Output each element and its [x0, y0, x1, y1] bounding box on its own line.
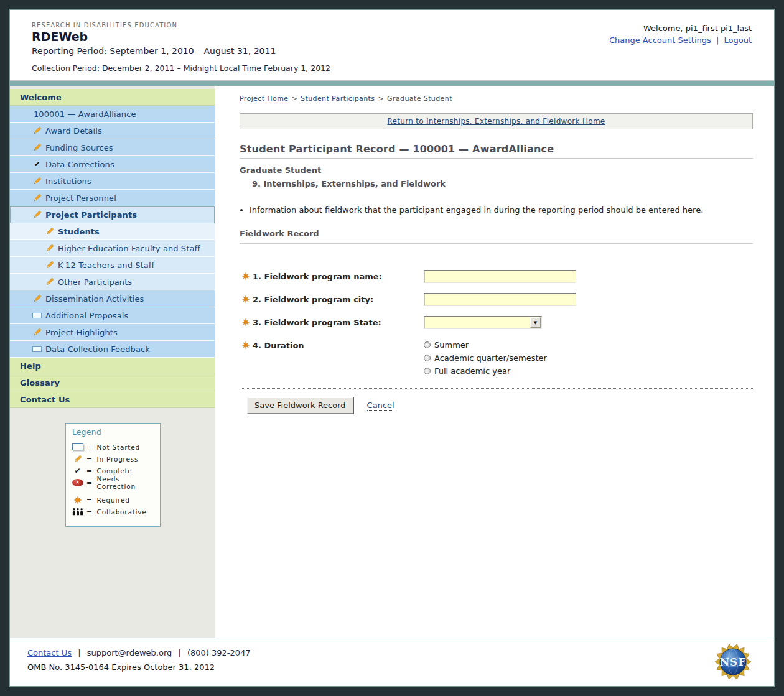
header: RESEARCH IN DISABILITIES EDUCATION RDEWe…: [10, 10, 774, 80]
footer: Contact Us | support@rdeweb.org | (800) …: [10, 638, 774, 686]
breadcrumb-link-project-home[interactable]: Project Home: [240, 95, 288, 103]
sidebar-item-label: Project Highlights: [45, 328, 118, 337]
pencil-icon: [32, 143, 42, 152]
legend-title: Legend: [72, 428, 156, 437]
pencil-icon: [32, 126, 42, 135]
dropdown-arrow-icon[interactable]: ▼: [530, 317, 541, 328]
logout-link[interactable]: Logout: [724, 35, 752, 45]
check-icon: ✔: [32, 160, 42, 169]
sidebar-item-data-corrections[interactable]: ✔Data Corrections: [10, 156, 215, 173]
field-label-text: 3. Fieldwork program State:: [253, 318, 381, 327]
sidebar-item-label: Contact Us: [20, 395, 70, 404]
legend-label: Not Started: [97, 443, 140, 451]
sidebar-item-k-12-teachers-and-staff[interactable]: K-12 Teachers and Staff: [10, 257, 215, 274]
sidebar-item-label: Additional Proposals: [45, 311, 128, 320]
pencil-icon: [45, 244, 54, 253]
form-row-2-fieldwork-program-city: 2. Fieldwork program city:: [240, 293, 753, 306]
collaborative-icon: [72, 508, 83, 516]
collection-period: Collection Period: December 2, 2011 – Mi…: [32, 63, 752, 77]
sidebar-item-project-participants[interactable]: Project Participants: [10, 206, 215, 223]
return-bar: Return to Internships, Externships, and …: [240, 113, 753, 129]
legend-item-in-progress: =In Progress: [72, 453, 156, 465]
header-user-area: Welcome, pi1_first pi1_last Change Accou…: [609, 24, 752, 45]
duration-radio-group: SummerAcademic quarter/semesterFull acad…: [424, 339, 547, 376]
field-label-text: 2. Fieldwork program city:: [253, 295, 373, 304]
footer-separator: |: [178, 648, 180, 657]
legend-equals: =: [86, 467, 93, 475]
duration-radio-summer[interactable]: Summer: [424, 340, 547, 350]
pencil-icon: [32, 193, 42, 202]
form-row-4-duration: 4. DurationSummerAcademic quarter/semest…: [240, 339, 753, 376]
sidebar-item-help[interactable]: Help: [10, 358, 215, 374]
sidebar-item-dissemination-activities[interactable]: Dissemination Activities: [10, 290, 215, 307]
pencil-icon: [45, 277, 54, 286]
pencil-icon: [32, 294, 42, 303]
sidebar-item-higher-education-faculty-and-staff[interactable]: Higher Education Faculty and Staff: [10, 240, 215, 257]
footer-contact-line: Contact Us | support@rdeweb.org | (800) …: [27, 648, 757, 657]
sidebar-item-project-highlights[interactable]: Project Highlights: [10, 324, 215, 341]
square-icon: [72, 443, 83, 450]
select-value: [424, 317, 530, 328]
sidebar-item-label: Other Participants: [58, 277, 132, 287]
footer-phone: (800) 392-2047: [187, 648, 251, 657]
sidebar-item-institutions[interactable]: Institutions: [10, 173, 215, 190]
form-section-title: Fieldwork Record: [240, 229, 753, 244]
legend-label: In Progress: [97, 455, 139, 463]
required-icon: [242, 295, 250, 303]
sidebar-item-100001-awardalliance[interactable]: 100001 — AwardAlliance: [10, 106, 215, 123]
radio-button-icon[interactable]: [424, 341, 431, 348]
sidebar-item-students[interactable]: Students: [10, 223, 215, 240]
layout: Welcome100001 — AwardAllianceAward Detai…: [10, 86, 774, 638]
field-label-text: 4. Duration: [253, 341, 304, 350]
sidebar-item-award-details[interactable]: Award Details: [10, 123, 215, 139]
omb-number: OMB No. 3145-0164 Expires October 31, 20…: [27, 662, 757, 672]
pencil-icon: [72, 455, 83, 463]
save-fieldwork-record-button[interactable]: Save Fieldwork Record: [247, 397, 353, 414]
form-row-1-fieldwork-program-name: 1. Fieldwork program name:: [240, 270, 753, 283]
form-row-3-fieldwork-program-state: 3. Fieldwork program State:▼: [240, 316, 753, 329]
3-fieldwork-program-state-select[interactable]: ▼: [424, 316, 542, 329]
sidebar-item-additional-proposals[interactable]: Additional Proposals: [10, 307, 215, 324]
welcome-user: Welcome, pi1_first pi1_last: [609, 24, 752, 33]
required-icon: [242, 318, 250, 326]
radio-label: Academic quarter/semester: [434, 353, 547, 363]
change-account-settings-link[interactable]: Change Account Settings: [609, 35, 711, 45]
field-control: SummerAcademic quarter/semesterFull acad…: [424, 339, 547, 376]
legend-items: =Not Started=In Progress✔=Complete✕=Need…: [72, 441, 156, 517]
fieldwork-form: 1. Fieldwork program name:2. Fieldwork p…: [240, 270, 753, 376]
1-fieldwork-program-name-input[interactable]: [424, 270, 576, 283]
radio-button-icon[interactable]: [424, 368, 431, 374]
legend-item-needs-correction: ✕=Needs Correction: [72, 476, 156, 488]
legend-item-collaborative: =Collaborative: [72, 506, 156, 517]
main-content: Project Home>Student Participants>Gradua…: [215, 86, 774, 638]
duration-radio-academic-quarter-semester[interactable]: Academic quarter/semester: [424, 353, 547, 363]
radio-label: Summer: [434, 340, 469, 350]
radio-button-icon[interactable]: [424, 355, 431, 361]
footer-contact-link[interactable]: Contact Us: [27, 648, 72, 657]
pencil-icon: [32, 177, 42, 185]
field-label: 1. Fieldwork program name:: [240, 270, 424, 283]
sidebar-item-label: Welcome: [20, 93, 62, 102]
pencil-icon: [45, 227, 54, 236]
sidebar-item-contact-us[interactable]: Contact Us: [10, 391, 215, 408]
svg-text:NSF: NSF: [720, 656, 747, 668]
breadcrumb-link-student-participants[interactable]: Student Participants: [301, 95, 375, 103]
sidebar-item-welcome[interactable]: Welcome: [10, 89, 215, 106]
info-bullet: Information about fieldwork that the par…: [250, 205, 753, 215]
sidebar-item-data-collection-feedback[interactable]: Data Collection Feedback: [10, 341, 215, 358]
return-home-link[interactable]: Return to Internships, Externships, and …: [387, 117, 605, 126]
footer-email: support@rdeweb.org: [87, 648, 172, 657]
sidebar-item-glossary[interactable]: Glossary: [10, 374, 215, 391]
sidebar-item-funding-sources[interactable]: Funding Sources: [10, 139, 215, 156]
sidebar-item-project-personnel[interactable]: Project Personnel: [10, 190, 215, 206]
sidebar-item-label: 100001 — AwardAlliance: [34, 109, 136, 119]
sidebar-item-label: Award Details: [45, 126, 102, 136]
sidebar-item-other-participants[interactable]: Other Participants: [10, 274, 215, 290]
page-title: Student Participant Record — 100001 — Aw…: [240, 143, 753, 159]
duration-radio-full-academic-year[interactable]: Full academic year: [424, 366, 547, 376]
2-fieldwork-program-city-input[interactable]: [424, 293, 576, 306]
legend-label: Complete: [97, 467, 133, 475]
cancel-link[interactable]: Cancel: [367, 401, 394, 411]
required-icon: [72, 496, 83, 504]
links-separator: |: [716, 35, 719, 45]
